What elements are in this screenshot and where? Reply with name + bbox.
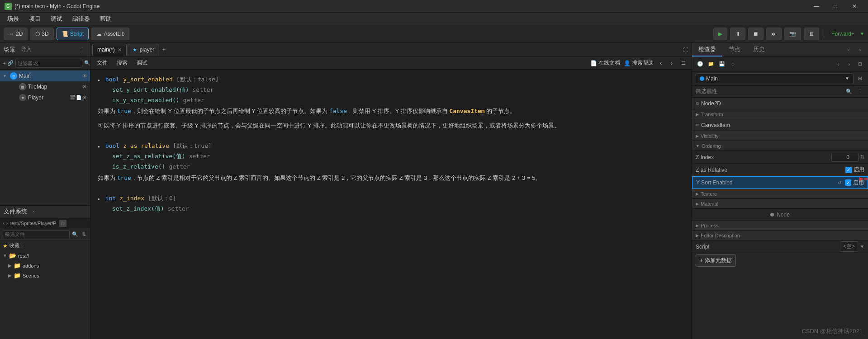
more-options-icon[interactable]: ⋮ [77,45,86,54]
inspector-folder-icon[interactable]: 📁 [707,60,716,69]
inspector-tab-right[interactable]: › [855,45,864,54]
node-breadcrumb[interactable]: Main ▼ [696,73,854,84]
tree-item-player[interactable]: ★ Player 🎬 📄 👁 [0,92,90,103]
z-index-stepper[interactable]: ⇅ [860,154,864,160]
fs-item-addons[interactable]: ▶ 📁 addons [0,261,90,271]
mode-assetlib-button[interactable]: ☁ AssetLib [91,28,129,40]
process-arrow: ▶ [696,223,699,228]
script-dropdown-arrow[interactable]: ▼ [860,244,864,249]
folder-icon-scenes: 📁 [14,272,21,279]
filter-settings-icon[interactable]: ⋮ [855,87,864,96]
fs-filter-input[interactable] [3,230,70,238]
fs-filter-icon[interactable]: 🔍 [71,230,79,239]
visibility-icon-tilemap[interactable]: 👁 [82,84,87,89]
inspector-nav-back[interactable]: ‹ [834,60,843,69]
menu-help[interactable]: 帮助 [95,13,116,25]
docs-link[interactable]: 📄 在线文档 [590,59,620,67]
canvasitem-section-icon: ✏ [696,122,699,127]
scene-filter-input[interactable] [15,59,82,68]
fs-item-favorites[interactable]: ★ 收藏： [0,241,90,251]
scene-toolbar: + 🔗 🔍 1 ⋮ [0,57,90,70]
group-process[interactable]: ▶ Process [692,221,868,231]
pause-button[interactable]: ⏸ [730,28,745,40]
expand-editor-button[interactable]: ⛶ [681,45,690,54]
screen-button[interactable]: 🖥 [804,28,819,40]
fs-back-icon[interactable]: ‹ [3,221,5,226]
file-menu-button[interactable]: 文件 [94,58,110,68]
filter-search-icon[interactable]: 🔍 [844,87,854,96]
method-ysort-getter: is_y_sort_enabled() [112,96,180,105]
inspector-grid-icon[interactable]: ⊞ [855,60,864,69]
y-sort-checkbox[interactable]: ✓ [845,179,851,186]
fs-item-res[interactable]: ▼ 📂 res:// [0,251,90,261]
mode-3d-button[interactable]: ⬡ 3D [30,28,53,40]
z-index-input[interactable] [831,153,859,162]
tab-main-close[interactable]: ✕ [118,47,122,53]
group-texture[interactable]: ▶ Texture [692,189,868,199]
close-button[interactable]: ✕ [845,0,863,13]
debug-menu-button[interactable]: 调试 [134,58,150,68]
tab-history[interactable]: 历史 [747,42,771,56]
menu-project[interactable]: 项目 [24,13,45,25]
group-editor-desc[interactable]: ▶ Editor Description [692,231,868,240]
z-relative-checkbox[interactable]: ✓ [845,167,852,173]
run-button[interactable]: ▶ [713,28,727,40]
section-canvasitem[interactable]: ✏ CanvasItem [692,119,868,131]
inspector-layout-icon[interactable]: ⊞ [855,74,864,83]
add-meta-button[interactable]: + 添加元数据 [696,254,736,267]
inspector-tab-left[interactable]: ‹ [844,45,854,54]
search-menu-button[interactable]: 搜索 [114,58,130,68]
tab-player[interactable]: ★ player [128,44,160,56]
nav-back-button[interactable]: ‹ [657,59,664,67]
method-ysort-setter: set_y_sort_enabled(值) [112,85,189,95]
search-icon[interactable]: 🔍 [84,59,90,68]
stop-button[interactable]: ⏹ [748,28,764,40]
skip-button[interactable]: ⏭ [766,28,782,40]
editor-tabs-bar: main(*) ✕ ★ player + ⛶ [90,42,692,57]
menu-editor[interactable]: 编辑器 [68,13,95,25]
tab-node[interactable]: 节点 [722,42,747,56]
menu-debug[interactable]: 调试 [46,13,67,25]
group-visibility[interactable]: ▶ Visibility [692,131,868,141]
add-node-button[interactable]: + [3,59,5,68]
menubar: 场景 项目 调试 编辑器 帮助 [0,13,868,25]
fs-sort-icon[interactable]: ⇅ [81,230,88,239]
transform-arrow: ▶ [696,112,699,117]
visibility-icon-player[interactable]: 👁 [82,95,87,100]
search-help-link[interactable]: 👤 搜索帮助 [624,59,654,67]
inspector-more-icon[interactable]: ⋮ [728,60,737,69]
tab-main[interactable]: main(*) ✕ [92,44,127,56]
visibility-icon-main[interactable]: 👁 [82,73,87,79]
fs-label-scenes: Scenes [23,273,39,278]
group-ordering[interactable]: ▼ Ordering [692,141,868,151]
group-material[interactable]: ▶ Material [692,199,868,209]
inspector-nav-forward[interactable]: › [844,60,854,69]
y-sort-label: Y Sort Enabled [696,179,790,186]
fs-forward-icon[interactable]: › [6,221,8,226]
camera-button[interactable]: 📷 [784,28,801,40]
fs-more-icon[interactable]: ⋮ [29,207,38,216]
tree-item-tilemap[interactable]: ▦ TileMap 👁 [0,81,90,92]
menu-scene[interactable]: 场景 [3,13,24,25]
fs-item-scenes[interactable]: ▶ 📁 Scenes [0,271,90,281]
maximize-button[interactable]: □ [826,0,844,13]
layout-icon[interactable]: ☰ [679,59,688,68]
script-row: Script <空> ▼ [692,240,868,253]
link-button[interactable]: 🔗 [7,59,14,68]
inspector-save-icon[interactable]: 💾 [717,60,726,69]
inspector-history-icon[interactable]: 🕐 [696,60,705,69]
mode-script-button[interactable]: 📜 Script [57,28,89,40]
mode-2d-button[interactable]: ↔ 2D [4,28,28,40]
minimize-button[interactable]: — [807,0,825,13]
code-toolbar-right: 📄 在线文档 👤 搜索帮助 ‹ › ☰ [590,59,688,68]
nav-forward-button[interactable]: › [668,59,675,67]
tab-add-button[interactable]: + [162,46,166,53]
group-transform[interactable]: ▶ Transform [692,109,868,119]
y-sort-reset[interactable]: ↺ [836,179,843,186]
bullet-zindex: ● [98,197,100,202]
code-editor-area: ● bool y_sort_enabled [默认：false] set_y_s… [90,70,692,332]
tree-item-main[interactable]: ▼ ⊙ Main 👁 [0,71,90,81]
section-node2d[interactable]: ⊙ Node2D [692,98,868,109]
tab-inspector[interactable]: 检查器 [692,42,722,56]
node-name-player: Player [28,94,43,101]
